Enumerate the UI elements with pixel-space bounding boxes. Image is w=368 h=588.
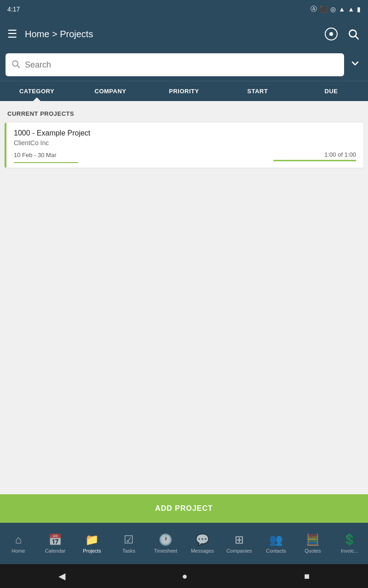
status-bar: 4:17 Ⓐ ⬛ ◎ ▲ ▲ ▮ <box>0 0 368 18</box>
search-button[interactable] <box>346 27 361 41</box>
nav-label-projects: Projects <box>83 548 101 554</box>
tab-category[interactable]: CATEGORY <box>0 81 74 101</box>
tab-due[interactable]: DUE <box>294 81 368 101</box>
invoices-icon: 💲 <box>343 533 356 546</box>
calendar-icon: 📅 <box>48 533 62 546</box>
nav-label-timesheet: Timesheet <box>154 548 178 554</box>
svg-point-0 <box>349 30 356 37</box>
search-icon <box>347 28 359 40</box>
search-bar <box>0 50 368 81</box>
tab-priority[interactable]: PRIORITY <box>147 81 221 101</box>
contacts-icon: 👥 <box>269 533 283 546</box>
timesheet-icon: 🕐 <box>159 533 172 546</box>
nav-item-home[interactable]: ⌂ Home <box>0 529 37 558</box>
nav-label-invoices: Invoic... <box>341 548 358 554</box>
svg-line-3 <box>17 66 19 68</box>
nav-label-contacts: Contacts <box>266 548 286 554</box>
menu-button[interactable]: ☰ <box>7 28 17 40</box>
progress-bar-fill <box>273 160 356 161</box>
progress-label: 1:00 of 1:00 <box>273 151 356 158</box>
nav-label-calendar: Calendar <box>45 548 66 554</box>
nav-item-invoices[interactable]: 💲 Invoic... <box>331 529 368 558</box>
android-recent-button[interactable]: ■ <box>304 571 310 582</box>
companies-icon: ⊞ <box>235 533 244 546</box>
search-input-container <box>6 53 344 76</box>
section-header: CURRENT PROJECTS <box>0 107 368 121</box>
nav-item-timesheet[interactable]: 🕐 Timesheet <box>147 529 184 558</box>
nav-item-messages[interactable]: 💬 Messages <box>184 529 221 558</box>
tab-company[interactable]: COMPANY <box>74 81 147 101</box>
android-home-button[interactable]: ● <box>182 571 187 582</box>
search-dropdown-button[interactable] <box>348 56 362 74</box>
add-project-button[interactable]: ADD PROJECT <box>0 494 368 523</box>
tab-start[interactable]: START <box>221 81 294 101</box>
main-content: CURRENT PROJECTS 1000 - Example Project … <box>0 101 368 494</box>
target-button[interactable] <box>324 27 339 41</box>
tasks-icon: ☑ <box>124 533 134 546</box>
wifi-icon: ▲ <box>339 6 345 13</box>
nav-label-messages: Messages <box>191 548 214 554</box>
project-dates-container: 10 Feb - 30 Mar <box>14 152 78 163</box>
bottom-nav: ⌂ Home 📅 Calendar 📁 Projects ☑ Tasks 🕐 T… <box>0 523 368 564</box>
svg-line-1 <box>356 36 358 39</box>
quotes-icon: 🧮 <box>306 533 320 546</box>
project-company: ClientCo Inc <box>14 139 356 147</box>
dates-underline <box>14 162 78 163</box>
nav-item-quotes[interactable]: 🧮 Quotes <box>294 529 331 558</box>
header-right <box>324 27 361 41</box>
android-back-button[interactable]: ◀ <box>58 571 65 582</box>
dnd-icon: ◎ <box>330 6 336 13</box>
filter-tabs: CATEGORY COMPANY PRIORITY START DUE <box>0 81 368 101</box>
nav-label-quotes: Quotes <box>305 548 321 554</box>
nav-item-companies[interactable]: ⊞ Companies <box>221 529 258 558</box>
header-left: ☰ Home > Projects <box>7 28 93 40</box>
nav-label-home: Home <box>12 548 25 554</box>
projects-icon: 📁 <box>85 533 99 546</box>
nav-item-contacts[interactable]: 👥 Contacts <box>258 529 294 558</box>
project-dates: 10 Feb - 30 Mar <box>14 152 78 160</box>
nav-label-companies: Companies <box>226 548 252 554</box>
nav-item-projects[interactable]: 📁 Projects <box>74 529 110 558</box>
target-icon <box>325 28 338 40</box>
status-time: 4:17 <box>7 6 20 13</box>
signal-icon: ▲ <box>348 6 354 13</box>
nav-label-tasks: Tasks <box>122 548 135 554</box>
home-icon: ⌂ <box>15 533 22 546</box>
battery-saver-icon: ⬛ <box>320 6 328 13</box>
nav-item-tasks[interactable]: ☑ Tasks <box>110 529 147 558</box>
android-nav: ◀ ● ■ <box>0 564 368 588</box>
project-name: 1000 - Example Project <box>14 129 356 137</box>
breadcrumb: Home > Projects <box>25 29 93 40</box>
search-input-icon <box>11 59 20 71</box>
status-icons: Ⓐ ⬛ ◎ ▲ ▲ ▮ <box>310 5 361 13</box>
svg-point-2 <box>12 61 18 66</box>
messages-icon: 💬 <box>196 533 209 546</box>
project-card[interactable]: 1000 - Example Project ClientCo Inc 10 F… <box>5 123 363 168</box>
header: ☰ Home > Projects <box>0 18 368 50</box>
nav-item-calendar[interactable]: 📅 Calendar <box>37 529 74 558</box>
battery-icon: ▮ <box>357 6 361 13</box>
progress-bar-bg <box>273 160 356 161</box>
location-icon: Ⓐ <box>310 5 317 13</box>
progress-container: 1:00 of 1:00 <box>273 151 356 163</box>
project-meta: 10 Feb - 30 Mar 1:00 of 1:00 <box>14 151 356 163</box>
search-input[interactable] <box>25 60 339 70</box>
